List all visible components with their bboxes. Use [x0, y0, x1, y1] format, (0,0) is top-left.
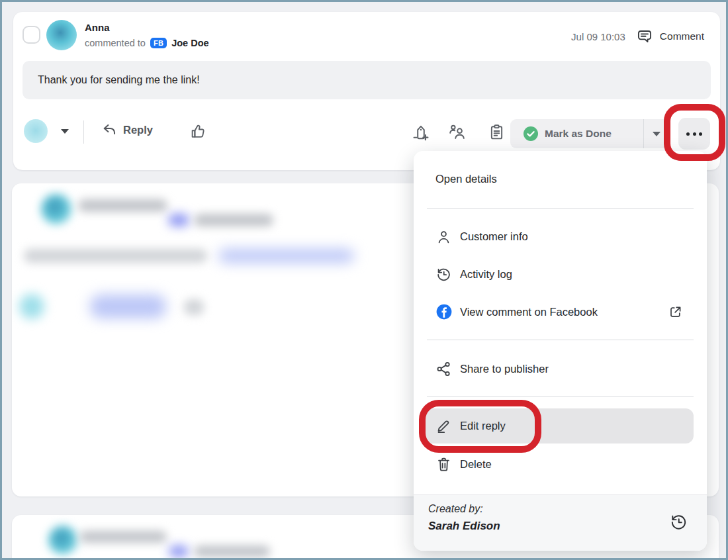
menu-item-label: Delete: [460, 458, 492, 471]
mark-as-done-label: Mark as Done: [545, 128, 612, 140]
history-icon: [435, 266, 453, 283]
tag-plus-icon: [412, 123, 430, 142]
comment-message: Thank you for sending me the link!: [38, 74, 200, 86]
menu-item-customer-info[interactable]: Customer info: [414, 218, 707, 255]
more-button[interactable]: [678, 118, 710, 150]
menu-item-view-on-facebook[interactable]: View comment on Facebook: [414, 293, 707, 330]
facebook-icon: [435, 303, 453, 320]
blurred-avatar: [48, 526, 77, 555]
author-avatar: [46, 20, 77, 50]
speech-bubble-icon: [636, 28, 653, 45]
recipient-name: Joe Doe: [171, 38, 208, 48]
reply-button[interactable]: Reply: [101, 122, 153, 138]
mark-as-done-split-button: Mark as Done: [510, 119, 669, 148]
created-by-label: Created by:: [428, 503, 483, 515]
user-icon: [435, 228, 453, 245]
blurred-badge: [168, 214, 189, 226]
menu-item-label: Open details: [435, 173, 497, 185]
toolbar-divider: [83, 120, 84, 144]
blurred-text: [24, 249, 207, 263]
byline-action: commented to: [85, 38, 146, 48]
comment-toolbar: Reply: [13, 117, 720, 151]
menu-item-delete[interactable]: Delete: [414, 447, 707, 482]
comment-bubble: Thank you for sending me the link!: [23, 61, 711, 99]
blurred-button: [90, 295, 166, 318]
users-icon: [448, 123, 466, 141]
author-name: Anna: [85, 22, 110, 33]
menu-item-edit-reply[interactable]: Edit reply: [414, 408, 707, 443]
check-circle-icon: [523, 126, 539, 142]
facebook-network-badge: FB: [150, 38, 167, 48]
app-viewport: Anna commented to FB Joe Doe Jul 09 10:0…: [0, 0, 728, 560]
reply-arrow-icon: [101, 122, 118, 138]
menu-item-share-to-publisher[interactable]: Share to publisher: [414, 350, 707, 387]
assign-user-button[interactable]: [448, 123, 466, 141]
comment-card: Anna commented to FB Joe Doe Jul 09 10:0…: [13, 12, 720, 170]
menu-divider: [427, 208, 694, 209]
context-menu: Open details Customer info Activity log: [414, 151, 707, 551]
blurred-text: [194, 214, 273, 226]
trash-icon: [435, 456, 453, 473]
reply-button-label: Reply: [123, 124, 153, 136]
comment-meta: Jul 09 10:03 Comment: [571, 28, 704, 45]
menu-divider: [427, 340, 694, 340]
notes-button[interactable]: [488, 123, 506, 141]
blurred-avatar: [41, 194, 71, 224]
external-link-icon: [668, 304, 683, 320]
pencil-icon: [435, 418, 453, 434]
blurred-text: [78, 199, 167, 212]
menu-item-label: View comment on Facebook: [460, 306, 598, 318]
creator-name: Sarah Edison: [428, 520, 500, 533]
timestamp: Jul 09 10:03: [571, 31, 625, 42]
menu-item-label: Share to publisher: [460, 363, 549, 375]
blurred-text: [79, 531, 167, 543]
byline: commented to FB Joe Doe: [85, 38, 209, 48]
menu-footer: Created by: Sarah Edison: [414, 494, 707, 551]
ellipsis-icon: [686, 132, 690, 136]
add-tag-button[interactable]: [412, 123, 430, 142]
blurred-icon: [184, 299, 204, 315]
like-button[interactable]: [190, 123, 206, 140]
mark-as-done-button[interactable]: Mark as Done: [510, 126, 643, 142]
comment-type-label: Comment: [660, 30, 704, 42]
clipboard-icon: [488, 123, 506, 141]
menu-item-activity-log[interactable]: Activity log: [414, 256, 707, 293]
menu-item-label: Activity log: [460, 268, 512, 281]
blurred-text: [194, 545, 270, 557]
blurred-badge: [169, 545, 189, 557]
menu-divider: [427, 397, 694, 397]
reply-as-dropdown-caret[interactable]: [61, 129, 69, 134]
select-comment-checkbox[interactable]: [23, 26, 40, 44]
thumbs-up-icon: [190, 123, 206, 140]
blurred-avatar: [19, 293, 45, 320]
menu-item-open-details[interactable]: Open details: [414, 164, 707, 193]
menu-item-label: Customer info: [460, 230, 528, 243]
blurred-link: [218, 249, 354, 263]
share-icon: [435, 361, 453, 377]
history-icon[interactable]: [669, 512, 688, 532]
mark-as-done-dropdown-caret[interactable]: [644, 119, 669, 148]
reply-as-avatar[interactable]: [24, 119, 48, 143]
menu-item-label: Edit reply: [460, 420, 506, 432]
